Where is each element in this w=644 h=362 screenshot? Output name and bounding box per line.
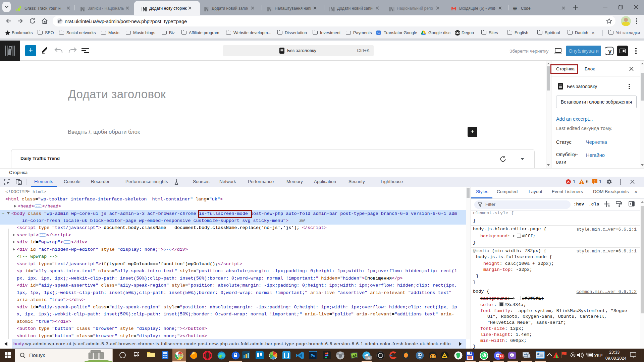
svg-text:Ps: Ps	[311, 354, 315, 358]
svg-text:y: y	[608, 48, 612, 55]
svg-text:G: G	[377, 31, 380, 35]
